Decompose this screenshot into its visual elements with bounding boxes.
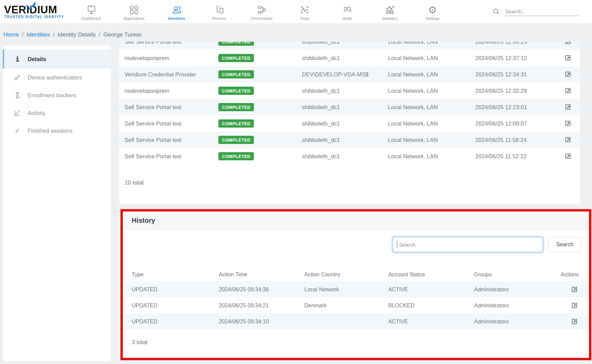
global-search-input[interactable] xyxy=(505,7,579,16)
external-link-icon xyxy=(565,136,572,143)
sidebar-item-label: Details xyxy=(28,56,46,62)
session-server: shibboleth_dc1 xyxy=(302,153,388,160)
open-session-button[interactable] xyxy=(565,42,576,45)
status-badge: COMPLETED xyxy=(218,70,254,78)
open-session-button[interactable] xyxy=(565,104,576,111)
history-groups: Administrators xyxy=(474,287,560,293)
sidebar-item-enrollment-trackers[interactable]: Enrollment trackers xyxy=(3,86,111,104)
nav-item-settings[interactable]: ⚙ Settings xyxy=(411,3,454,20)
session-time: 2024/06/25 12:55:25 xyxy=(475,42,565,45)
session-time: 2024/06/25 12:34:31 xyxy=(475,71,565,78)
nav-label: Settings xyxy=(425,16,440,20)
open-history-button[interactable] xyxy=(571,318,580,325)
sidebar-item-device-authenticators[interactable]: Device authenticators xyxy=(3,69,111,86)
breadcrumb-identities[interactable]: Identities xyxy=(27,31,50,38)
session-network: Local Network, LAN xyxy=(388,137,475,143)
sessions-card: Self Service Portal test COMPLETED shibb… xyxy=(119,42,580,204)
history-status: ACTIVE xyxy=(388,287,474,293)
dashboard-icon xyxy=(86,4,97,15)
applications-icon xyxy=(129,4,139,15)
column-groups: Groups xyxy=(474,272,560,278)
session-server: shibboleth_dc1 xyxy=(302,55,388,61)
sessions-table: Self Service Portal test COMPLETED shibb… xyxy=(119,42,580,164)
nav-label: Tools xyxy=(300,16,309,20)
open-history-button[interactable] xyxy=(571,286,580,293)
audit-icon xyxy=(342,4,352,15)
external-link-icon xyxy=(565,87,572,94)
status-badge: COMPLETED xyxy=(218,152,254,160)
open-history-button[interactable] xyxy=(571,302,580,309)
external-link-icon xyxy=(571,286,578,293)
breadcrumb-home[interactable]: Home xyxy=(3,31,19,38)
session-row: Self Service Portal test COMPLETED shibb… xyxy=(119,132,580,148)
nav-item-identities[interactable]: Identities xyxy=(155,3,198,20)
session-network: Local Network, LAN xyxy=(388,104,475,111)
history-total: 3 total xyxy=(132,339,589,346)
session-time: 2024/06/25 12:37:12 xyxy=(475,55,565,61)
session-time: 2024/06/25 12:32:29 xyxy=(475,88,565,94)
history-type: UPDATED xyxy=(132,319,219,325)
sessions-total: 10 total xyxy=(125,179,580,186)
annotation-highlight: History Search Type Action Time Action C… xyxy=(120,209,591,360)
nav-item-applications[interactable]: Applications xyxy=(113,3,155,20)
external-link-icon xyxy=(565,55,572,61)
external-link-icon xyxy=(565,153,572,160)
history-search-button[interactable]: Search xyxy=(548,237,581,252)
logo-text: VERIDIUM xyxy=(4,5,70,15)
tools-icon xyxy=(300,4,310,15)
nav-item-tools[interactable]: Tools xyxy=(283,3,326,20)
nav-item-devices[interactable]: Devices xyxy=(198,3,241,20)
veridium-logo: VERIDIUM TRUSTED DIGITAL IDENTITY xyxy=(0,5,70,19)
external-link-icon xyxy=(571,302,578,309)
sidebar-item-label: Finished sessions xyxy=(28,128,72,134)
global-search xyxy=(492,7,579,16)
column-actions: Actions xyxy=(561,272,580,278)
nav-item-dashboard[interactable]: Dashboard xyxy=(70,3,113,20)
nav-item-audit[interactable]: Audit xyxy=(326,3,369,20)
main-nav: Dashboard Applications Identities Device… xyxy=(70,3,454,20)
history-status: BLOCKED xyxy=(388,303,474,309)
column-type: Type xyxy=(132,272,219,278)
nav-label: Applications xyxy=(123,16,144,20)
status-badge: COMPLETED xyxy=(218,87,254,95)
open-session-button[interactable] xyxy=(565,71,576,78)
session-network: Local Network, LAN xyxy=(388,153,475,160)
external-link-icon xyxy=(565,120,572,127)
top-nav: VERIDIUM TRUSTED DIGITAL IDENTITY Dashbo… xyxy=(0,0,592,23)
devices-icon xyxy=(214,4,225,15)
breadcrumb: Home / Identities / Identity Details / G… xyxy=(3,29,142,40)
status-badge: COMPLETED xyxy=(218,103,254,111)
session-name: Self Service Portal test xyxy=(125,42,218,45)
history-groups: Administrators xyxy=(474,319,560,325)
open-session-button[interactable] xyxy=(565,153,576,160)
history-groups: Administrators xyxy=(474,303,560,309)
history-search-input[interactable] xyxy=(393,237,543,252)
sidebar-item-finished-sessions[interactable]: ✓ Finished sessions xyxy=(3,122,111,140)
session-server: shibboleth_dc1 xyxy=(302,104,388,111)
open-session-button[interactable] xyxy=(565,87,576,94)
external-link-icon xyxy=(571,318,578,325)
sidebar-item-details[interactable]: i Details xyxy=(3,49,111,69)
open-session-button[interactable] xyxy=(565,120,576,127)
text-caret xyxy=(397,241,397,248)
status-badge: COMPLETED xyxy=(218,54,254,62)
sidebar-item-label: Enrollment trackers xyxy=(28,92,76,99)
session-name: Self Service Portal test xyxy=(125,153,218,160)
breadcrumb-identity-details: Identity Details xyxy=(58,31,96,38)
external-link-icon xyxy=(565,42,572,45)
session-network: Local Network, LAN xyxy=(388,71,475,78)
session-time: 2024/06/25 12:23:01 xyxy=(475,104,565,111)
open-session-button[interactable] xyxy=(565,55,576,61)
sidebar-item-label: Activity xyxy=(28,110,45,116)
history-title: History xyxy=(132,217,155,224)
history-header: History xyxy=(123,212,589,230)
open-session-button[interactable] xyxy=(565,136,576,143)
nav-item-statistics[interactable]: Statistics xyxy=(369,3,411,20)
history-card: History Search Type Action Time Action C… xyxy=(123,212,589,346)
sidebar-item-activity[interactable]: Activity xyxy=(3,104,111,122)
nav-item-orchestrator[interactable]: Orchestrator xyxy=(241,3,283,20)
session-time: 2024/06/25 12:09:07 xyxy=(475,120,565,127)
session-name: Veridium Credential Provider xyxy=(125,71,218,78)
history-row: UPDATED 2024/06/25 09:34:36 Local Networ… xyxy=(123,281,589,297)
status-badge: COMPLETED xyxy=(218,119,254,128)
